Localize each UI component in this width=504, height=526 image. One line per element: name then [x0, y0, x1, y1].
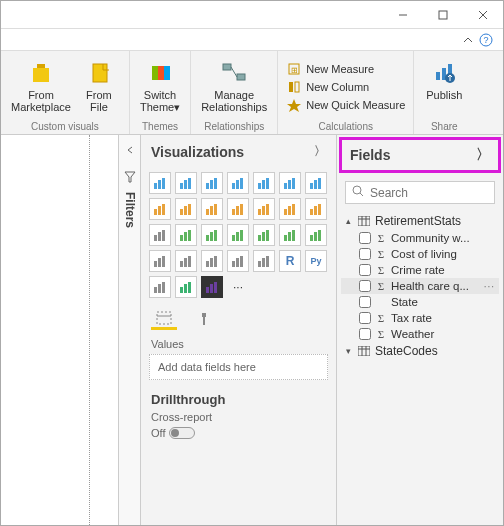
svg-rect-82: [284, 235, 287, 241]
filters-label: Filters: [123, 186, 137, 228]
file-icon: [85, 55, 113, 89]
viz-type-6[interactable]: [305, 172, 327, 194]
svg-rect-84: [292, 230, 295, 241]
drillthrough-header: Drillthrough: [141, 388, 336, 409]
svg-rect-40: [284, 183, 287, 189]
viz-type-1[interactable]: [175, 172, 197, 194]
viz-type-3[interactable]: [227, 172, 249, 194]
svg-rect-37: [258, 183, 261, 189]
cross-report-label: Cross-report: [141, 409, 336, 425]
viz-type-27[interactable]: Py: [305, 250, 327, 272]
window-close[interactable]: [463, 1, 503, 29]
field-Health-care-q-[interactable]: ΣHealth care q...···: [341, 278, 499, 294]
svg-rect-87: [318, 230, 321, 241]
field-checkbox[interactable]: [359, 328, 371, 340]
viz-type-19[interactable]: [279, 224, 301, 246]
ribbon-collapse-icon[interactable]: [463, 35, 473, 45]
switch-theme-button[interactable]: Switch Theme▾: [136, 53, 184, 120]
field-checkbox[interactable]: [359, 280, 371, 292]
viz-type-15[interactable]: [175, 224, 197, 246]
more-icon[interactable]: ···: [484, 281, 499, 292]
svg-rect-74: [210, 232, 213, 241]
svg-line-117: [360, 193, 363, 196]
viz-type-26[interactable]: R: [279, 250, 301, 272]
field-checkbox[interactable]: [359, 248, 371, 260]
viz-type-25[interactable]: [253, 250, 275, 272]
viz-type-18[interactable]: [253, 224, 275, 246]
cross-report-toggle[interactable]: Off: [141, 425, 336, 441]
svg-rect-88: [154, 261, 157, 267]
viz-type-16[interactable]: [201, 224, 223, 246]
viz-type-0[interactable]: [149, 172, 171, 194]
field-Crime-rate[interactable]: ΣCrime rate: [341, 262, 499, 278]
from-marketplace-button[interactable]: From Marketplace: [7, 53, 75, 120]
svg-rect-51: [188, 204, 191, 215]
field-Tax-rate[interactable]: ΣTax rate: [341, 310, 499, 326]
svg-rect-42: [292, 178, 295, 189]
ribbon: From Marketplace From File Custom visual…: [1, 51, 503, 135]
fields-header[interactable]: Fields 〉: [339, 137, 501, 173]
table-StateCodes[interactable]: ▾StateCodes: [341, 342, 499, 360]
field-Weather[interactable]: ΣWeather: [341, 326, 499, 342]
svg-rect-46: [154, 209, 157, 215]
field-Community-w-[interactable]: ΣCommunity w...: [341, 230, 499, 246]
format-tab[interactable]: [191, 308, 217, 330]
svg-rect-20: [436, 72, 440, 80]
viz-type-20[interactable]: [305, 224, 327, 246]
help-icon[interactable]: ?: [479, 33, 493, 47]
publish-button[interactable]: Publish: [420, 53, 468, 120]
viz-type-2[interactable]: [201, 172, 223, 194]
viz-type-4[interactable]: [253, 172, 275, 194]
svg-rect-98: [236, 258, 239, 267]
new-column-button[interactable]: New Column: [284, 78, 407, 96]
viz-type-17[interactable]: [227, 224, 249, 246]
viz-type-30[interactable]: [201, 276, 223, 298]
viz-type-10[interactable]: [227, 198, 249, 220]
svg-rect-35: [236, 180, 239, 189]
viz-type-22[interactable]: [175, 250, 197, 272]
svg-rect-122: [358, 346, 370, 356]
filters-expand-icon[interactable]: [126, 135, 134, 165]
table-RetirementStats[interactable]: ▴RetirementStats: [341, 212, 499, 230]
viz-type-31[interactable]: ···: [227, 276, 249, 298]
manage-relationships-button[interactable]: Manage Relationships: [197, 53, 271, 120]
svg-rect-45: [318, 178, 321, 189]
from-file-button[interactable]: From File: [75, 53, 123, 120]
sigma-icon: Σ: [375, 264, 387, 276]
viz-type-23[interactable]: [201, 250, 223, 272]
field-Cost-of-living[interactable]: ΣCost of living: [341, 246, 499, 262]
visualizations-header[interactable]: Visualizations 〉: [141, 135, 336, 168]
viz-type-28[interactable]: [149, 276, 171, 298]
field-checkbox[interactable]: [359, 296, 371, 308]
new-measure-button[interactable]: ⊞New Measure: [284, 60, 407, 78]
viz-type-5[interactable]: [279, 172, 301, 194]
report-canvas[interactable]: [1, 135, 119, 526]
filters-pane-collapsed[interactable]: Filters: [119, 135, 141, 526]
viz-type-24[interactable]: [227, 250, 249, 272]
viz-type-12[interactable]: [279, 198, 301, 220]
field-State[interactable]: State: [341, 294, 499, 310]
viz-type-21[interactable]: [149, 250, 171, 272]
svg-rect-55: [232, 209, 235, 215]
viz-type-14[interactable]: [149, 224, 171, 246]
viz-type-11[interactable]: [253, 198, 275, 220]
window-maximize[interactable]: [423, 1, 463, 29]
viz-type-9[interactable]: [201, 198, 223, 220]
viz-type-13[interactable]: [305, 198, 327, 220]
viz-type-7[interactable]: [149, 198, 171, 220]
svg-rect-27: [162, 178, 165, 189]
viz-type-8[interactable]: [175, 198, 197, 220]
fields-search[interactable]: [345, 181, 495, 204]
values-dropzone[interactable]: Add data fields here: [149, 354, 328, 380]
fields-tab[interactable]: [151, 308, 177, 330]
field-checkbox[interactable]: [359, 312, 371, 324]
field-name: Community w...: [391, 232, 499, 244]
group-label-share: Share: [420, 120, 468, 134]
window-minimize[interactable]: [383, 1, 423, 29]
search-input[interactable]: [370, 186, 504, 200]
viz-type-29[interactable]: [175, 276, 197, 298]
field-checkbox[interactable]: [359, 264, 371, 276]
group-label-relationships: Relationships: [197, 120, 271, 134]
field-checkbox[interactable]: [359, 232, 371, 244]
new-quick-measure-button[interactable]: New Quick Measure: [284, 96, 407, 114]
